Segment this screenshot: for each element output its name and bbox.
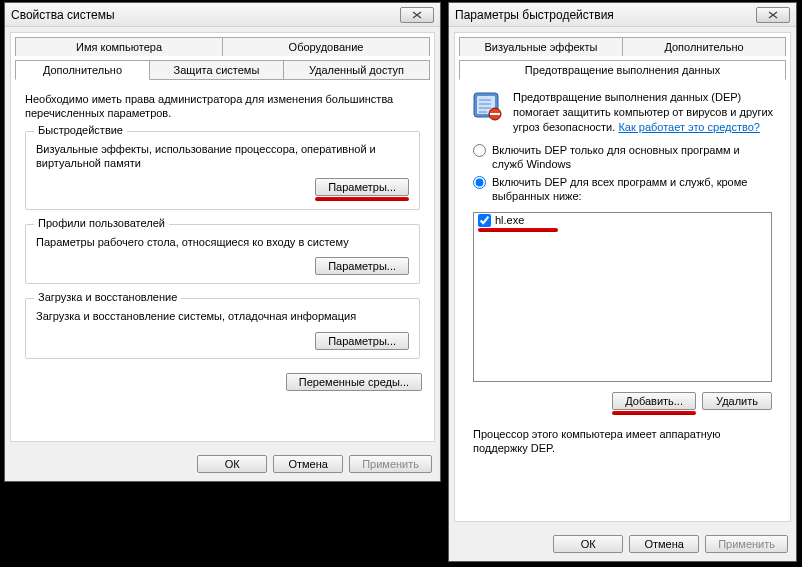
close-icon (412, 11, 422, 19)
environment-variables-button[interactable]: Переменные среды... (286, 373, 422, 391)
dialog-title: Параметры быстродействия (455, 8, 614, 22)
remove-button[interactable]: Удалить (702, 392, 772, 410)
tabs-row-1: Имя компьютера Оборудование (15, 37, 430, 56)
list-item[interactable]: hl.exe (474, 213, 771, 228)
dialog-title: Свойства системы (11, 8, 115, 22)
tab-hardware[interactable]: Оборудование (222, 37, 430, 56)
list-item-label: hl.exe (495, 214, 524, 226)
startup-recovery-group: Загрузка и восстановление Загрузка и вос… (25, 298, 420, 358)
dep-help-link[interactable]: Как работает это средство? (618, 121, 760, 133)
dep-radio-all-label: Включить DEP для всех программ и служб, … (492, 175, 772, 204)
performance-group-title: Быстродействие (34, 124, 127, 136)
startup-recovery-group-title: Загрузка и восстановление (34, 291, 181, 303)
dialog-buttons: ОК Отмена Применить (197, 455, 432, 473)
performance-settings-button[interactable]: Параметры... (315, 178, 409, 196)
list-item-checkbox[interactable] (478, 214, 491, 227)
dep-list-buttons: Добавить... Удалить (459, 388, 786, 419)
user-profiles-settings-button[interactable]: Параметры... (315, 257, 409, 275)
titlebar: Свойства системы (5, 3, 440, 27)
performance-group: Быстродействие Визуальные эффекты, испол… (25, 131, 420, 211)
titlebar: Параметры быстродействия (449, 3, 796, 27)
system-properties-dialog: Свойства системы Имя компьютера Оборудов… (4, 2, 441, 482)
ok-button[interactable]: ОК (197, 455, 267, 473)
user-profiles-group: Профили пользователей Параметры рабочего… (25, 224, 420, 284)
user-profiles-group-desc: Параметры рабочего стола, относящиеся ко… (36, 235, 409, 249)
dialog-body: Имя компьютера Оборудование Дополнительн… (10, 32, 435, 442)
dialog-buttons: ОК Отмена Применить (553, 535, 788, 553)
apply-button[interactable]: Применить (705, 535, 788, 553)
tab-visual-effects[interactable]: Визуальные эффекты (459, 37, 623, 56)
dep-radio-essential[interactable]: Включить DEP только для основных програм… (459, 141, 786, 174)
cancel-button[interactable]: Отмена (629, 535, 699, 553)
dep-info-text: Предотвращение выполнения данных (DEP) п… (513, 90, 774, 135)
dep-radio-all-input[interactable] (473, 176, 486, 189)
highlight-marker (612, 411, 696, 415)
tab-advanced[interactable]: Дополнительно (15, 60, 150, 80)
highlight-marker (315, 197, 409, 201)
tab-system-protection[interactable]: Защита системы (149, 60, 284, 79)
cancel-button[interactable]: Отмена (273, 455, 343, 473)
startup-recovery-group-desc: Загрузка и восстановление системы, отлад… (36, 309, 409, 323)
close-button[interactable] (400, 7, 434, 23)
performance-group-desc: Визуальные эффекты, использование процес… (36, 142, 409, 171)
tabs-row-2: Предотвращение выполнения данных (459, 60, 786, 79)
apply-button[interactable]: Применить (349, 455, 432, 473)
startup-recovery-settings-button[interactable]: Параметры... (315, 332, 409, 350)
tabs-row-2: Дополнительно Защита системы Удаленный д… (15, 60, 430, 79)
dep-radio-essential-input[interactable] (473, 144, 486, 157)
tabs-row-1: Визуальные эффекты Дополнительно (459, 37, 786, 56)
tab-remote[interactable]: Удаленный доступ (283, 60, 430, 79)
tab-dep[interactable]: Предотвращение выполнения данных (459, 60, 786, 80)
dep-hardware-note: Процессор этого компьютера имеет аппарат… (459, 419, 786, 464)
ok-button[interactable]: ОК (553, 535, 623, 553)
intro-text: Необходимо иметь права администратора дл… (25, 92, 420, 121)
dep-shield-icon (471, 90, 503, 122)
user-profiles-group-title: Профили пользователей (34, 217, 169, 229)
dep-info-row: Предотвращение выполнения данных (DEP) п… (459, 80, 786, 141)
close-button[interactable] (756, 7, 790, 23)
svg-rect-3 (490, 113, 500, 115)
highlight-marker (478, 228, 558, 232)
add-button[interactable]: Добавить... (612, 392, 696, 410)
dep-radio-essential-label: Включить DEP только для основных програм… (492, 143, 772, 172)
tab-content: Предотвращение выполнения данных (DEP) п… (459, 79, 786, 469)
tab-content: Необходимо иметь права администратора дл… (15, 79, 430, 399)
dep-exception-list[interactable]: hl.exe (473, 212, 772, 382)
dep-radio-all[interactable]: Включить DEP для всех программ и служб, … (459, 173, 786, 206)
tab-advanced[interactable]: Дополнительно (622, 37, 786, 56)
close-icon (768, 11, 778, 19)
dialog-body: Визуальные эффекты Дополнительно Предотв… (454, 32, 791, 522)
tab-computer-name[interactable]: Имя компьютера (15, 37, 223, 56)
performance-options-dialog: Параметры быстродействия Визуальные эффе… (448, 2, 797, 562)
